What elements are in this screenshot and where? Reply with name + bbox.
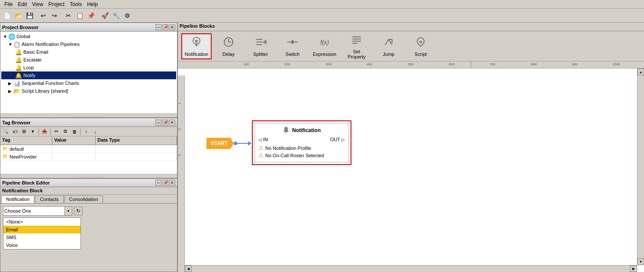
pipeline-editor-pin[interactable]: 📌 bbox=[162, 180, 168, 186]
expand-global[interactable]: ▼ bbox=[3, 34, 8, 39]
tag-browser-divider: ............... bbox=[0, 174, 177, 178]
dropdown-option-email[interactable]: Email bbox=[3, 226, 80, 233]
toolbar-copy-btn[interactable]: 📋 bbox=[74, 10, 85, 21]
tab-contacts[interactable]: Contacts bbox=[35, 195, 63, 203]
notification-profile-select[interactable]: Choose One bbox=[3, 206, 72, 216]
notification-block-title: Notification bbox=[292, 127, 321, 133]
left-panels: Project Browser ─ 📌 ✕ ▼ 🌐 Global ▼ 📋 bbox=[0, 23, 177, 272]
pipeline-editor-close[interactable]: ✕ bbox=[169, 180, 175, 186]
tree-item-escalate[interactable]: 🔔 Escalate bbox=[1, 56, 176, 64]
toolbar: 📄 📂 💾 ↩ ↪ ✂ 📋 📌 🚀 🔧 ⚙ bbox=[0, 9, 644, 23]
horizontal-scrollbar[interactable]: ◀ ▶ bbox=[185, 265, 637, 272]
tree-item-sfc[interactable]: ▶ 📊 Sequential Function Charts bbox=[1, 79, 176, 87]
block-btn-set-property[interactable]: Set Property bbox=[341, 33, 372, 59]
toolbar-save-btn[interactable]: 💾 bbox=[24, 10, 35, 21]
tree-item-notify[interactable]: 🔔 Notify bbox=[1, 71, 176, 79]
dropdown-option-none[interactable]: <None> bbox=[3, 218, 80, 226]
tag-col-tag: Tag bbox=[0, 136, 52, 145]
menu-edit[interactable]: Edit bbox=[15, 0, 29, 8]
switch-block-icon bbox=[287, 36, 299, 51]
basic-email-icon: 🔔 bbox=[15, 49, 22, 55]
tag-row-newprovider[interactable]: 📁 NewProvider bbox=[0, 153, 177, 161]
block-btn-switch[interactable]: Switch bbox=[277, 33, 308, 59]
block-btn-jump[interactable]: Jump bbox=[374, 33, 404, 59]
svg-text:f(x): f(x) bbox=[320, 39, 329, 46]
tag-cell-default-dtype bbox=[96, 145, 177, 152]
block-btn-splitter[interactable]: Splitter bbox=[245, 33, 276, 59]
basic-email-label: Basic Email bbox=[23, 49, 48, 55]
tag-add-btn[interactable]: 📥 bbox=[40, 128, 49, 136]
toolbar-publish-btn[interactable]: 🚀 bbox=[100, 10, 110, 21]
pipeline-editor-inner: Notification Block Notification Contacts… bbox=[0, 187, 177, 272]
global-label: Global bbox=[16, 34, 30, 39]
tag-config-btn[interactable]: ⚙ bbox=[61, 128, 70, 136]
tag-browser-close[interactable]: ✕ bbox=[169, 120, 175, 126]
dropdown-wrapper: Choose One ▼ bbox=[3, 206, 72, 216]
vertical-scrollbar[interactable]: ▲ ▼ bbox=[637, 68, 644, 265]
expand-anp[interactable]: ▼ bbox=[8, 42, 13, 47]
menu-help[interactable]: Help bbox=[84, 0, 100, 8]
expand-sfc[interactable]: ▶ bbox=[8, 81, 13, 86]
menu-project[interactable]: Project bbox=[46, 0, 67, 8]
tag-row-default[interactable]: 📁 default bbox=[0, 145, 177, 153]
notification-block[interactable]: Notification ◁ IN OUT ▷ bbox=[252, 120, 351, 165]
dropdown-arrow-btn[interactable]: ▼ bbox=[64, 206, 72, 216]
toolbar-paste-btn[interactable]: 📌 bbox=[86, 10, 96, 21]
dropdown-option-sms[interactable]: SMS bbox=[3, 233, 80, 241]
toolbar-tools2-btn[interactable]: ⚙ bbox=[122, 10, 132, 21]
block-btn-expression[interactable]: f(x) Expression bbox=[309, 33, 340, 59]
scroll-up-btn[interactable]: ▲ bbox=[638, 68, 644, 75]
scroll-left-btn[interactable]: ◀ bbox=[185, 266, 192, 272]
scroll-right-btn[interactable]: ▶ bbox=[630, 266, 637, 272]
tree-item-anp[interactable]: ▼ 📋 Alarm Notification Pipelines bbox=[1, 40, 176, 48]
menu-file[interactable]: File bbox=[2, 0, 15, 8]
toolbar-redo-btn[interactable]: ↪ bbox=[49, 10, 60, 21]
toolbar-open-btn[interactable]: 📂 bbox=[13, 10, 23, 21]
tag-browser-minimize[interactable]: ─ bbox=[155, 120, 161, 126]
jump-block-icon bbox=[383, 36, 395, 51]
block-btn-notification[interactable]: Notification bbox=[181, 33, 212, 59]
tag-search-btn[interactable]: 🔍 bbox=[1, 128, 10, 136]
tag-grid-btn[interactable]: ⊞ bbox=[19, 128, 28, 136]
tree-item-loop[interactable]: 🔔 Loop bbox=[1, 64, 176, 71]
blocks-toolbar: Notification Delay bbox=[178, 31, 644, 62]
start-block[interactable]: START bbox=[206, 138, 251, 149]
tag-move-down-btn[interactable]: ↓ bbox=[91, 128, 100, 136]
block-btn-delay[interactable]: Delay bbox=[213, 33, 244, 59]
toolbar-new-btn[interactable]: 📄 bbox=[2, 10, 12, 21]
canvas-drawing-area[interactable]: START bbox=[185, 68, 637, 265]
tag-browser-controls: ─ 📌 ✕ bbox=[155, 120, 175, 126]
menu-tools[interactable]: Tools bbox=[67, 0, 84, 8]
menu-view[interactable]: View bbox=[29, 0, 46, 8]
tag-cell-newprovider-name: 📁 NewProvider bbox=[0, 153, 52, 160]
canvas-area[interactable]: 100 200 300 400 500 600 700 800 900 1000 bbox=[178, 62, 644, 272]
tag-delete-btn[interactable]: 🗑 bbox=[70, 128, 79, 136]
dropdown-option-voice[interactable]: Voice bbox=[3, 241, 80, 249]
block-btn-script[interactable]: Script bbox=[406, 33, 436, 59]
project-browser-minimize[interactable]: ─ bbox=[155, 24, 161, 30]
toolbar-undo-btn[interactable]: ↩ bbox=[38, 10, 48, 21]
escalate-icon: 🔔 bbox=[15, 57, 22, 63]
tree-item-script-lib[interactable]: ▶ 📂 Script Library [shared] bbox=[1, 87, 176, 95]
anp-icon: 📋 bbox=[13, 41, 20, 48]
tag-tag-btn[interactable]: 🏷 bbox=[10, 128, 19, 136]
tag-browser-pin[interactable]: 📌 bbox=[162, 120, 168, 126]
toolbar-cut-btn[interactable]: ✂ bbox=[63, 10, 74, 21]
tab-notification[interactable]: Notification bbox=[1, 195, 34, 203]
notification-block-inner: Notification ◁ IN OUT ▷ bbox=[254, 123, 349, 162]
tag-dropdown-btn[interactable]: ▾ bbox=[29, 128, 37, 136]
project-browser-pin[interactable]: 📌 bbox=[162, 24, 168, 30]
pipeline-editor-minimize[interactable]: ─ bbox=[155, 180, 161, 186]
toolbar-tools1-btn[interactable]: 🔧 bbox=[111, 10, 121, 21]
expand-script-lib[interactable]: ▶ bbox=[8, 89, 13, 94]
scroll-down-btn[interactable]: ▼ bbox=[638, 258, 644, 265]
tab-consolidation[interactable]: Consolidation bbox=[64, 195, 103, 203]
tree-item-global[interactable]: ▼ 🌐 Global bbox=[1, 32, 176, 40]
refresh-btn[interactable]: ↻ bbox=[74, 207, 83, 215]
tree-item-basic-email[interactable]: 🔔 Basic Email bbox=[1, 48, 176, 56]
notification-block-icon bbox=[190, 36, 203, 51]
project-browser-close[interactable]: ✕ bbox=[169, 24, 175, 30]
tag-move-up-btn[interactable]: ↑ bbox=[82, 128, 90, 136]
sfc-label: Sequential Function Charts bbox=[22, 81, 79, 86]
tag-edit-btn[interactable]: ✏ bbox=[52, 128, 61, 136]
